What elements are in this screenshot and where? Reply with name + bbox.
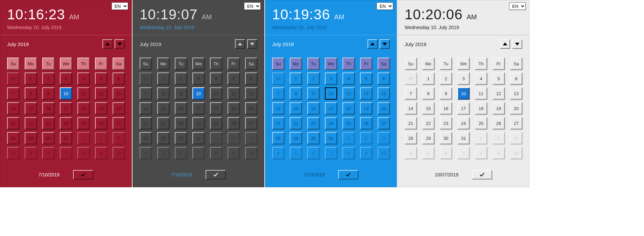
day-cell[interactable]: 25 <box>342 117 355 129</box>
day-cell[interactable]: 11 <box>210 87 222 100</box>
next-month-button[interactable] <box>115 39 125 49</box>
day-cell[interactable]: 22 <box>25 117 37 129</box>
day-cell[interactable]: 12 <box>228 87 240 100</box>
day-cell-today[interactable]: 10 <box>60 87 72 100</box>
day-cell[interactable]: 15 <box>25 102 37 114</box>
day-cell[interactable]: 17 <box>60 102 72 114</box>
day-cell[interactable]: 24 <box>325 117 337 129</box>
day-cell[interactable]: 1 <box>210 132 222 144</box>
day-cell[interactable]: 20 <box>378 102 390 114</box>
day-cell[interactable]: 6 <box>113 72 125 85</box>
day-cell[interactable]: 9 <box>360 147 372 159</box>
day-cell[interactable]: 3 <box>192 72 205 85</box>
day-cell[interactable]: 6 <box>42 147 54 159</box>
day-cell[interactable]: 9 <box>42 87 54 100</box>
day-cell[interactable]: 4 <box>77 72 90 85</box>
day-cell[interactable]: 22 <box>290 117 302 129</box>
day-cell[interactable]: 8 <box>422 87 434 100</box>
day-cell[interactable]: 27 <box>510 117 522 129</box>
day-cell[interactable]: 8 <box>157 87 169 100</box>
day-cell[interactable]: 15 <box>422 102 434 114</box>
day-cell[interactable]: 10 <box>378 147 390 159</box>
day-cell[interactable]: 9 <box>95 147 107 159</box>
day-cell[interactable]: 22 <box>422 117 434 129</box>
day-cell[interactable]: 10 <box>113 147 125 159</box>
day-cell[interactable]: 5 <box>157 147 169 159</box>
day-cell[interactable]: 30 <box>7 72 19 85</box>
prev-month-button[interactable] <box>235 39 245 49</box>
next-month-button[interactable] <box>380 39 390 49</box>
day-cell[interactable]: 3 <box>325 72 337 85</box>
day-cell[interactable]: 2 <box>175 72 187 85</box>
prev-month-button[interactable] <box>367 39 378 49</box>
day-cell[interactable]: 18 <box>475 102 487 114</box>
day-cell[interactable]: 11 <box>342 87 355 100</box>
day-cell[interactable]: 23 <box>440 117 452 129</box>
day-cell[interactable]: 4 <box>140 147 152 159</box>
day-cell[interactable]: 16 <box>440 102 452 114</box>
day-cell[interactable]: 3 <box>378 132 390 144</box>
day-cell[interactable]: 30 <box>272 72 284 85</box>
day-cell[interactable]: 18 <box>210 102 222 114</box>
day-cell[interactable]: 2 <box>360 132 372 144</box>
day-cell[interactable]: 5 <box>493 72 505 85</box>
day-cell[interactable]: 27 <box>378 117 390 129</box>
day-cell[interactable]: 9 <box>175 87 187 100</box>
day-cell[interactable]: 17 <box>325 102 337 114</box>
language-select[interactable]: EN <box>377 2 393 10</box>
day-cell[interactable]: 4 <box>475 72 487 85</box>
day-cell[interactable]: 28 <box>7 132 19 144</box>
day-cell[interactable]: 27 <box>245 117 257 129</box>
day-cell[interactable]: 4 <box>342 72 355 85</box>
day-cell[interactable]: 11 <box>77 87 90 100</box>
day-cell[interactable]: 25 <box>475 117 487 129</box>
day-cell[interactable]: 28 <box>140 132 152 144</box>
day-cell[interactable]: 23 <box>307 117 319 129</box>
day-cell[interactable]: 12 <box>360 87 372 100</box>
day-cell[interactable]: 16 <box>307 102 319 114</box>
day-cell[interactable]: 6 <box>245 72 257 85</box>
day-cell[interactable]: 14 <box>140 102 152 114</box>
day-cell-today[interactable]: 10 <box>325 87 337 100</box>
day-cell[interactable]: 10 <box>510 147 522 159</box>
day-cell[interactable]: 9 <box>228 147 240 159</box>
day-cell[interactable]: 26 <box>228 117 240 129</box>
day-cell[interactable]: 26 <box>360 117 372 129</box>
day-cell[interactable]: 1 <box>77 132 90 144</box>
day-cell[interactable]: 19 <box>228 102 240 114</box>
day-cell[interactable]: 7 <box>457 147 470 159</box>
day-cell[interactable]: 27 <box>113 117 125 129</box>
day-cell[interactable]: 3 <box>510 132 522 144</box>
day-cell[interactable]: 9 <box>493 147 505 159</box>
day-cell[interactable]: 21 <box>272 117 284 129</box>
day-cell[interactable]: 5 <box>290 147 302 159</box>
day-cell[interactable]: 1 <box>25 72 37 85</box>
confirm-button[interactable] <box>206 170 226 179</box>
day-cell[interactable]: 24 <box>457 117 470 129</box>
day-cell[interactable]: 25 <box>77 117 90 129</box>
day-cell[interactable]: 4 <box>7 147 19 159</box>
day-cell[interactable]: 5 <box>25 147 37 159</box>
day-cell[interactable]: 30 <box>42 132 54 144</box>
day-cell[interactable]: 2 <box>307 72 319 85</box>
day-cell[interactable]: 14 <box>7 102 19 114</box>
day-cell[interactable]: 31 <box>192 132 205 144</box>
day-cell[interactable]: 30 <box>175 132 187 144</box>
prev-month-button[interactable] <box>102 39 113 49</box>
day-cell[interactable]: 23 <box>42 117 54 129</box>
next-month-button[interactable] <box>512 39 522 49</box>
day-cell[interactable]: 24 <box>192 117 205 129</box>
day-cell[interactable]: 29 <box>422 132 434 144</box>
day-cell[interactable]: 6 <box>378 72 390 85</box>
day-cell[interactable]: 7 <box>60 147 72 159</box>
day-cell[interactable]: 13 <box>510 87 522 100</box>
prev-month-button[interactable] <box>500 39 510 49</box>
day-cell[interactable]: 7 <box>405 87 417 100</box>
day-cell[interactable]: 7 <box>7 87 19 100</box>
day-cell[interactable]: 20 <box>245 102 257 114</box>
day-cell[interactable]: 31 <box>60 132 72 144</box>
day-cell[interactable]: 6 <box>440 147 452 159</box>
day-cell[interactable]: 10 <box>245 147 257 159</box>
language-select[interactable]: EN <box>509 2 526 10</box>
day-cell[interactable]: 4 <box>405 147 417 159</box>
